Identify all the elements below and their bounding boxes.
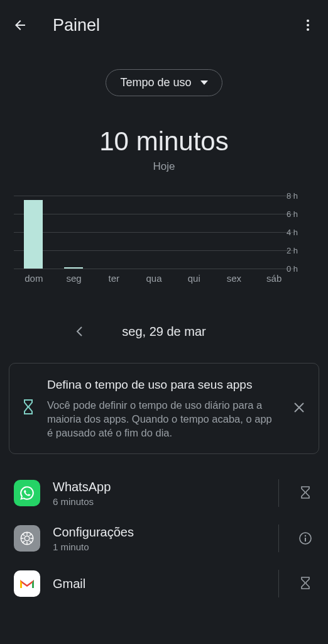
app-row[interactable]: Configurações1 minuto	[0, 516, 328, 561]
usage-chart[interactable]: 8 h 6 h 4 h 2 h 0 h domsegterquaquisexsá…	[14, 196, 314, 284]
chevron-down-icon	[200, 80, 208, 85]
app-name: Configurações	[53, 525, 261, 540]
chart-bar-column[interactable]	[254, 196, 294, 269]
dropdown-container: Tempo de uso	[0, 69, 328, 96]
chart-xlabel: sáb	[254, 273, 294, 284]
app-timer-button[interactable]	[297, 576, 314, 591]
chart-xlabel: ter	[94, 273, 134, 284]
more-options-button[interactable]	[300, 18, 315, 33]
app-row[interactable]: WhatsApp6 minutos	[0, 470, 328, 516]
app-info: WhatsApp6 minutos	[53, 480, 261, 507]
divider	[278, 570, 279, 597]
info-description: Você pode definir o tempo de uso diário …	[47, 398, 280, 440]
arrow-back-icon	[13, 18, 28, 33]
chart-bar-column[interactable]	[174, 196, 214, 269]
svg-point-0	[307, 19, 309, 22]
svg-point-6	[305, 535, 306, 536]
app-icon-whatsapp	[14, 480, 40, 506]
divider	[278, 479, 279, 507]
chart-xlabels: domsegterquaquisexsáb	[14, 273, 294, 284]
current-date: seg, 29 de mar	[122, 325, 205, 339]
app-info: Gmail	[53, 577, 261, 591]
info-card: Defina o tempo de uso para seus apps Voc…	[9, 363, 319, 454]
svg-point-2	[307, 28, 309, 31]
svg-rect-7	[305, 538, 306, 541]
app-name: WhatsApp	[53, 480, 261, 494]
hourglass-icon	[21, 399, 36, 419]
info-text: Defina o tempo de uso para seus apps Voc…	[47, 377, 280, 440]
chart-bar	[64, 267, 83, 269]
app-list: WhatsApp6 minutosConfigurações1 minutoGm…	[0, 470, 328, 606]
total-value: 10 minutos	[0, 126, 328, 157]
chart-bar-column[interactable]	[214, 196, 254, 269]
chart-xlabel: qua	[134, 273, 174, 284]
chart-xlabel: qui	[174, 273, 214, 284]
chart-bar-column[interactable]	[14, 196, 54, 269]
chart-bar-column[interactable]	[94, 196, 134, 269]
divider	[278, 525, 279, 552]
svg-point-1	[307, 24, 309, 26]
chart-xlabel: sex	[214, 273, 254, 284]
chart-xlabel: dom	[14, 273, 54, 284]
app-timer-button[interactable]	[297, 486, 314, 501]
dropdown-label: Tempo de uso	[120, 76, 191, 89]
dismiss-info-button[interactable]	[291, 399, 307, 418]
chart-bar-column[interactable]	[54, 196, 94, 269]
app-timer-button[interactable]	[297, 531, 314, 545]
chart-bars	[14, 196, 294, 269]
prev-date-button[interactable]	[67, 319, 92, 344]
chart-xlabel: seg	[54, 273, 94, 284]
more-vert-icon	[300, 18, 315, 33]
metric-dropdown[interactable]: Tempo de uso	[106, 69, 222, 96]
app-icon-gmail	[14, 570, 40, 597]
app-time: 1 minuto	[53, 541, 261, 552]
chart-bar	[24, 200, 43, 269]
app-header: Painel	[0, 0, 328, 50]
date-navigation: seg, 29 de mar	[0, 319, 328, 344]
app-info: Configurações1 minuto	[53, 525, 261, 552]
chevron-left-icon	[76, 326, 82, 336]
total-label: Hoje	[0, 160, 328, 173]
app-row[interactable]: Gmail	[0, 561, 328, 606]
total-summary: 10 minutos Hoje	[0, 126, 328, 173]
chart-bar-column[interactable]	[134, 196, 174, 269]
app-icon-settings	[14, 525, 40, 552]
svg-point-4	[25, 536, 30, 541]
app-time: 6 minutos	[53, 496, 261, 507]
info-title: Defina o tempo de uso para seus apps	[47, 377, 280, 393]
back-button[interactable]	[13, 18, 28, 33]
close-icon	[293, 402, 305, 413]
app-name: Gmail	[53, 577, 261, 591]
page-title: Painel	[53, 16, 300, 35]
